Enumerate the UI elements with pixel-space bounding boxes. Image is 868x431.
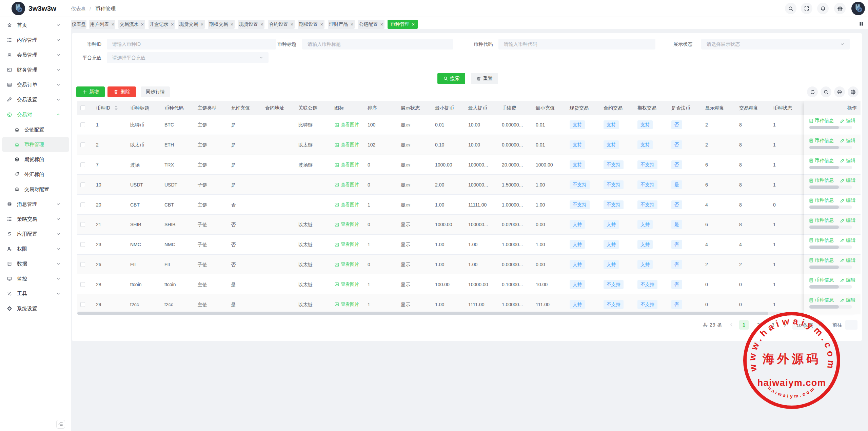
svg-text:海外源码: 海外源码 — [762, 352, 821, 365]
svg-text:haiwaiym.com: haiwaiym.com — [757, 378, 826, 388]
